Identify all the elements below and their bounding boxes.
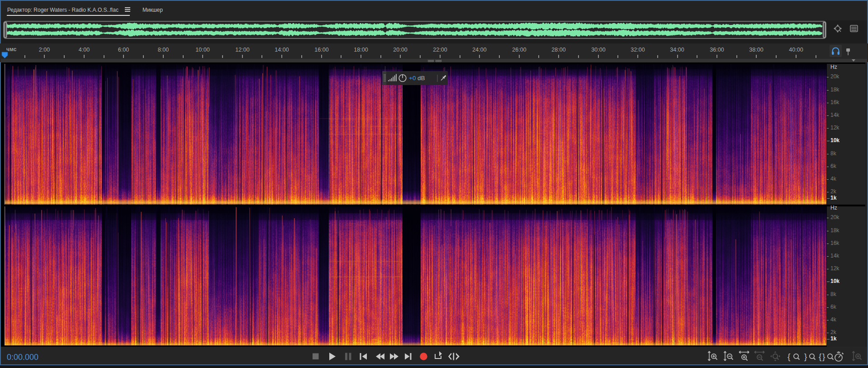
- svg-text:}: }: [822, 352, 825, 361]
- svg-text:{: {: [819, 352, 822, 361]
- svg-text:{: {: [787, 352, 791, 361]
- svg-text:+0: +0: [409, 75, 416, 81]
- svg-text:dB: dB: [417, 75, 425, 81]
- svg-text:}: }: [804, 352, 807, 361]
